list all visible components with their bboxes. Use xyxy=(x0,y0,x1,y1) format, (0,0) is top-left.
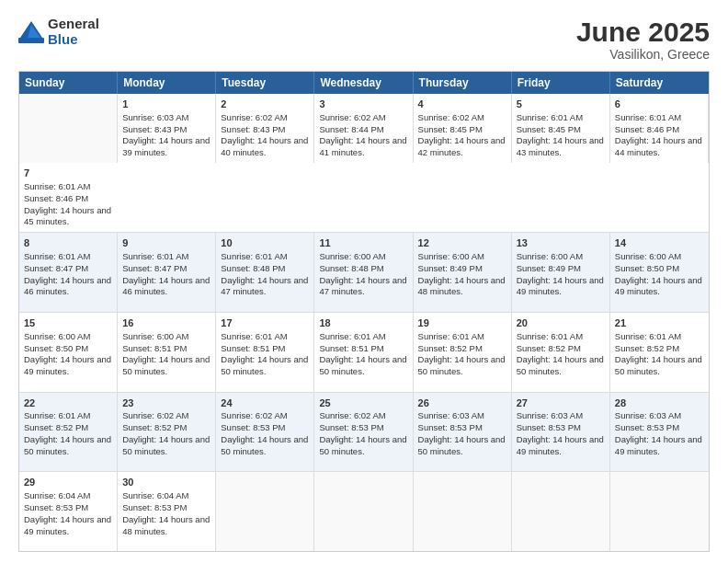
day-number: 3 xyxy=(319,98,407,111)
day-number: 22 xyxy=(24,396,112,410)
logo-blue-text: Blue xyxy=(48,32,99,48)
cal-cell-33 xyxy=(512,472,610,551)
cal-cell-9: 10 Sunrise: 6:01 AMSunset: 8:48 PMDaylig… xyxy=(216,233,314,312)
sunrise-info: Sunrise: 6:00 AMSunset: 8:50 PMDaylight:… xyxy=(24,331,111,376)
sunrise-info: Sunrise: 6:01 AMSunset: 8:47 PMDaylight:… xyxy=(24,251,111,296)
cal-cell-3: 3 Sunrise: 6:02 AMSunset: 8:44 PMDayligh… xyxy=(314,94,413,163)
day-number: 30 xyxy=(122,476,210,489)
day-number: 13 xyxy=(517,236,605,250)
day-number: 4 xyxy=(418,98,506,111)
day-number: 29 xyxy=(24,476,112,489)
day-number: 23 xyxy=(122,396,210,410)
cal-cell-11: 12 Sunrise: 6:00 AMSunset: 8:49 PMDaylig… xyxy=(414,233,512,312)
day-number: 27 xyxy=(517,396,605,410)
header-monday: Monday xyxy=(118,72,216,94)
day-number: 12 xyxy=(418,236,506,250)
sunrise-info: Sunrise: 6:02 AMSunset: 8:43 PMDaylight:… xyxy=(221,112,308,157)
cal-cell-18: 19 Sunrise: 6:01 AMSunset: 8:52 PMDaylig… xyxy=(414,313,512,392)
calendar-row-4: 22 Sunrise: 6:01 AMSunset: 8:52 PMDaylig… xyxy=(19,392,709,472)
sunrise-info: Sunrise: 6:01 AMSunset: 8:52 PMDaylight:… xyxy=(517,331,604,376)
header: General Blue June 2025 Vasilikon, Greece xyxy=(18,17,710,62)
sunrise-info: Sunrise: 6:03 AMSunset: 8:53 PMDaylight:… xyxy=(517,410,604,455)
svg-rect-2 xyxy=(18,38,44,43)
day-number: 19 xyxy=(418,316,506,330)
day-number: 28 xyxy=(615,396,704,410)
cal-cell-13: 14 Sunrise: 6:00 AMSunset: 8:50 PMDaylig… xyxy=(610,233,709,312)
cal-cell-4: 4 Sunrise: 6:02 AMSunset: 8:45 PMDayligh… xyxy=(414,94,512,163)
calendar-row-3: 15 Sunrise: 6:00 AMSunset: 8:50 PMDaylig… xyxy=(19,312,709,392)
cal-cell-2: 2 Sunrise: 6:02 AMSunset: 8:43 PMDayligh… xyxy=(216,94,314,163)
calendar-header: Sunday Monday Tuesday Wednesday Thursday… xyxy=(19,72,709,94)
calendar-subtitle: Vasilikon, Greece xyxy=(576,47,710,62)
cal-cell-17: 18 Sunrise: 6:01 AMSunset: 8:51 PMDaylig… xyxy=(314,313,413,392)
cal-cell-10: 11 Sunrise: 6:00 AMSunset: 8:48 PMDaylig… xyxy=(314,233,413,312)
cal-cell-1: 1 Sunrise: 6:03 AMSunset: 8:43 PMDayligh… xyxy=(118,94,216,163)
day-number: 9 xyxy=(122,236,210,250)
cal-cell-0 xyxy=(19,94,118,163)
day-number: 18 xyxy=(319,316,407,330)
calendar-row-1: 1 Sunrise: 6:03 AMSunset: 8:43 PMDayligh… xyxy=(19,94,709,232)
sunrise-info: Sunrise: 6:00 AMSunset: 8:50 PMDaylight:… xyxy=(615,251,702,296)
sunrise-info: Sunrise: 6:02 AMSunset: 8:44 PMDaylight:… xyxy=(319,112,406,157)
calendar-title: June 2025 xyxy=(576,17,710,47)
sunrise-info: Sunrise: 6:00 AMSunset: 8:49 PMDaylight:… xyxy=(418,251,506,296)
logo-text: General Blue xyxy=(48,17,99,47)
calendar-row-5: 29 Sunrise: 6:04 AMSunset: 8:53 PMDaylig… xyxy=(19,471,709,551)
day-number: 17 xyxy=(221,316,309,330)
logo-icon xyxy=(18,19,44,45)
day-number: 8 xyxy=(24,236,112,250)
cal-cell-34 xyxy=(610,472,709,551)
cal-cell-27: 28 Sunrise: 6:03 AMSunset: 8:53 PMDaylig… xyxy=(610,393,709,472)
calendar: Sunday Monday Tuesday Wednesday Thursday… xyxy=(18,71,710,552)
sunrise-info: Sunrise: 6:00 AMSunset: 8:51 PMDaylight:… xyxy=(122,331,210,376)
sunrise-info: Sunrise: 6:02 AMSunset: 8:52 PMDaylight:… xyxy=(122,410,210,455)
sunrise-info: Sunrise: 6:01 AMSunset: 8:48 PMDaylight:… xyxy=(221,251,308,296)
day-number: 6 xyxy=(615,98,703,111)
sunrise-info: Sunrise: 6:01 AMSunset: 8:51 PMDaylight:… xyxy=(221,331,308,376)
cal-cell-30 xyxy=(216,472,314,551)
cal-cell-14: 15 Sunrise: 6:00 AMSunset: 8:50 PMDaylig… xyxy=(19,313,118,392)
day-number: 11 xyxy=(319,236,407,250)
header-friday: Friday xyxy=(512,72,610,94)
sunrise-info: Sunrise: 6:01 AMSunset: 8:46 PMDaylight:… xyxy=(24,181,111,226)
sunrise-info: Sunrise: 6:02 AMSunset: 8:53 PMDaylight:… xyxy=(221,410,308,455)
day-number: 16 xyxy=(122,316,210,330)
day-number: 1 xyxy=(122,98,210,111)
sunrise-info: Sunrise: 6:01 AMSunset: 8:47 PMDaylight:… xyxy=(122,251,210,296)
sunrise-info: Sunrise: 6:01 AMSunset: 8:52 PMDaylight:… xyxy=(418,331,506,376)
sunrise-info: Sunrise: 6:03 AMSunset: 8:53 PMDaylight:… xyxy=(615,410,702,455)
sunrise-info: Sunrise: 6:01 AMSunset: 8:51 PMDaylight:… xyxy=(319,331,406,376)
cal-cell-19: 20 Sunrise: 6:01 AMSunset: 8:52 PMDaylig… xyxy=(512,313,610,392)
sunrise-info: Sunrise: 6:01 AMSunset: 8:52 PMDaylight:… xyxy=(615,331,702,376)
cal-cell-16: 17 Sunrise: 6:01 AMSunset: 8:51 PMDaylig… xyxy=(216,313,314,392)
cal-cell-22: 23 Sunrise: 6:02 AMSunset: 8:52 PMDaylig… xyxy=(118,393,216,472)
day-number: 24 xyxy=(221,396,309,410)
day-number: 20 xyxy=(517,316,605,330)
cal-cell-23: 24 Sunrise: 6:02 AMSunset: 8:53 PMDaylig… xyxy=(216,393,314,472)
sunrise-info: Sunrise: 6:03 AMSunset: 8:43 PMDaylight:… xyxy=(122,112,210,157)
sunrise-info: Sunrise: 6:01 AMSunset: 8:46 PMDaylight:… xyxy=(615,112,702,157)
sunrise-info: Sunrise: 6:02 AMSunset: 8:53 PMDaylight:… xyxy=(319,410,406,455)
header-wednesday: Wednesday xyxy=(314,72,413,94)
day-number: 21 xyxy=(615,316,704,330)
day-number: 7 xyxy=(24,167,113,180)
logo: General Blue xyxy=(18,17,99,47)
sunrise-info: Sunrise: 6:03 AMSunset: 8:53 PMDaylight:… xyxy=(418,410,506,455)
sunrise-info: Sunrise: 6:01 AMSunset: 8:45 PMDaylight:… xyxy=(517,112,604,157)
cal-cell-32 xyxy=(414,472,512,551)
header-thursday: Thursday xyxy=(414,72,512,94)
day-number: 10 xyxy=(221,236,309,250)
cal-cell-21: 22 Sunrise: 6:01 AMSunset: 8:52 PMDaylig… xyxy=(19,393,118,472)
calendar-body: 1 Sunrise: 6:03 AMSunset: 8:43 PMDayligh… xyxy=(19,94,709,551)
sunrise-info: Sunrise: 6:04 AMSunset: 8:53 PMDaylight:… xyxy=(122,490,210,535)
calendar-row-2: 8 Sunrise: 6:01 AMSunset: 8:47 PMDayligh… xyxy=(19,232,709,312)
day-number: 26 xyxy=(418,396,506,410)
day-number: 15 xyxy=(24,316,112,330)
cal-cell-31 xyxy=(314,472,413,551)
sunrise-info: Sunrise: 6:00 AMSunset: 8:48 PMDaylight:… xyxy=(319,251,406,296)
cal-cell-7: 7 Sunrise: 6:01 AMSunset: 8:46 PMDayligh… xyxy=(19,163,118,232)
sunrise-info: Sunrise: 6:04 AMSunset: 8:53 PMDaylight:… xyxy=(24,490,111,535)
cal-cell-26: 27 Sunrise: 6:03 AMSunset: 8:53 PMDaylig… xyxy=(512,393,610,472)
day-number: 5 xyxy=(517,98,605,111)
cal-cell-25: 26 Sunrise: 6:03 AMSunset: 8:53 PMDaylig… xyxy=(414,393,512,472)
